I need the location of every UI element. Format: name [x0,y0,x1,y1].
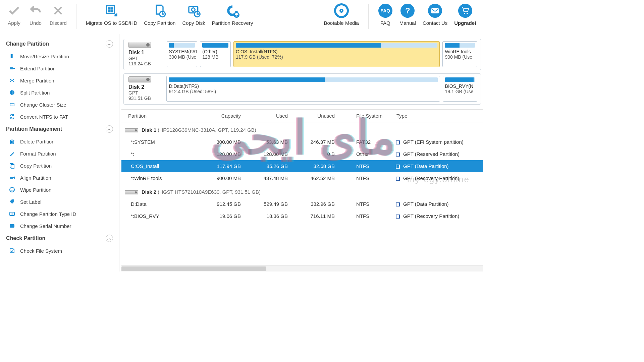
partition-block[interactable]: WinRE tools900 MB (Use [442,41,477,67]
svg-rect-1 [108,7,111,10]
disk-icon [125,190,138,194]
table-row[interactable]: D:Data912.45 GB529.49 GB382.96 GBNTFSGPT… [121,198,483,210]
section-check-partition[interactable]: Check Partition ︿ [0,232,119,245]
disc-icon [334,3,349,18]
svg-rect-10 [431,8,439,13]
sidebar-item-label: Delete Partition [20,139,55,144]
sidebar-item[interactable]: Format Partition [0,147,119,160]
table-row[interactable]: *:128.00 MB128.00 MB0 BOtherGPT (Reserve… [121,148,483,160]
sidebar-item[interactable]: Delete Partition [0,135,119,147]
copy-disk-button[interactable]: Copy Disk [179,2,208,26]
partition-block[interactable]: SYSTEM(FAT300 MB (Use [167,41,198,67]
discard-button[interactable]: Discard [46,2,70,26]
svg-point-11 [464,13,465,14]
bootable-media-button[interactable]: Bootable Media [321,2,362,26]
partition-block[interactable]: (Other)128 MB [200,41,231,67]
sidebar-item[interactable]: Split Partition [0,86,119,99]
apply-button[interactable]: Apply [3,2,25,26]
sidebar-item[interactable]: Move/Resize Partition [0,50,119,62]
sidebar-item[interactable]: IDChange Partition Type ID [0,208,119,220]
mail-icon [428,3,442,18]
svg-point-12 [467,13,468,14]
svg-rect-19 [11,165,14,168]
copy-icon [9,162,15,169]
faq-icon: FAQ [378,3,393,18]
sidebar-item-label: Check File System [20,248,62,254]
id-icon: ID [9,210,15,217]
sidebar-item[interactable]: Copy Partition [0,160,119,172]
sidebar-item[interactable]: Change Cluster Size [0,99,119,111]
sidebar-item-label: Convert NTFS to FAT [20,114,68,120]
table-row[interactable]: *:SYSTEM300.00 MB53.63 MB246.37 MBFAT32G… [121,136,483,148]
svg-rect-14 [12,90,12,95]
type-color-swatch [396,177,400,181]
table-row[interactable]: *:WinRE tools900.00 MB437.48 MB462.52 MB… [121,172,483,184]
upgrade-button[interactable]: Upgrade! [451,2,480,26]
faq-button[interactable]: FAQ FAQ [375,2,396,26]
col-filesystem[interactable]: File System [343,110,393,122]
sidebar-item[interactable]: Wipe Partition [0,184,119,196]
chevron-up-icon[interactable]: ︿ [106,40,113,48]
partition-block[interactable]: D:Data(NTFS)912.4 GB (Used: 58%) [166,76,440,102]
col-capacity[interactable]: Capacity [202,110,249,122]
svg-rect-2 [111,7,113,10]
label-icon [9,198,15,205]
sidebar-item[interactable]: Set Label [0,196,119,208]
table-row[interactable]: C:OS_Install117.94 GB85.26 GB32.68 GBNTF… [121,160,483,172]
type-color-swatch [396,215,400,219]
disk-header-row[interactable]: Disk 1 (HFS128G39MNC-3310A, GPT, 119.24 … [121,122,483,136]
sidebar-item-label: Format Partition [20,151,56,157]
contact-button[interactable]: Contact Us [419,2,451,26]
col-type[interactable]: Type [393,110,483,122]
disk-card[interactable]: Disk 2GPT931.51 GBD:Data(NTFS)912.4 GB (… [123,73,481,105]
section-change-partition[interactable]: Change Partition ︿ [0,38,119,50]
partition-table: Partition Capacity Used Unused File Syst… [121,110,483,222]
sidebar-item[interactable]: Extend Partition [0,62,119,74]
del-icon [9,138,15,145]
cart-icon [458,3,473,18]
chevron-up-icon[interactable]: ︿ [106,125,113,133]
table-row[interactable]: *:BIOS_RVY19.06 GB18.36 GB716.11 MBNTFSG… [121,210,483,222]
copy-partition-button[interactable]: Copy Partition [141,2,179,26]
sidebar-item[interactable]: Check File System [0,245,119,257]
svg-rect-13 [10,67,13,69]
col-used[interactable]: Used [249,110,296,122]
right-pane: Disk 1GPT119.24 GBSYSTEM(FAT300 MB (Use(… [119,34,483,272]
horizontal-scrollbar[interactable] [121,265,483,272]
svg-rect-3 [108,10,111,12]
disk-header-row[interactable]: Disk 2 (HGST HTS721010A9E630, GPT, 931.5… [121,184,483,198]
manual-button[interactable]: ? Manual [396,2,419,26]
sidebar-item-label: Change Cluster Size [20,102,66,108]
sidebar-item[interactable]: Convert NTFS to FAT [0,111,119,123]
undo-button[interactable]: Undo [25,2,46,26]
type-color-swatch [396,153,400,157]
sidebar-item[interactable]: Align Partition [0,172,119,184]
recovery-icon [225,3,240,18]
close-icon [51,3,65,18]
chevron-up-icon[interactable]: ︿ [106,235,113,242]
type-color-swatch [396,202,400,206]
split-icon [9,89,15,96]
svg-rect-17 [10,140,14,144]
svg-text:ID: ID [11,213,13,216]
sidebar-item[interactable]: Change Serial Number [0,220,119,232]
partition-block[interactable]: C:OS_Install(NTFS)117.9 GB (Used: 72%) [233,41,440,67]
sidebar-item-label: Set Label [20,199,41,205]
disk-icon [128,42,151,48]
col-unused[interactable]: Unused [296,110,343,122]
type-color-swatch [396,165,400,169]
sidebar-item[interactable]: Merge Partition [0,74,119,86]
toolbar: Apply Undo Discard Migrate OS to SSD/HD [0,0,483,34]
format-icon [9,150,15,157]
col-partition[interactable]: Partition [121,110,202,122]
wipe-icon [9,186,15,193]
section-partition-management[interactable]: Partition Management ︿ [0,123,119,135]
extend-icon [9,65,15,72]
partition-recovery-button[interactable]: Partition Recovery [209,2,257,26]
migrate-os-button[interactable]: Migrate OS to SSD/HD [83,2,141,26]
partition-block[interactable]: BIOS_RVY(N19.1 GB (Use [443,76,477,102]
disk-card[interactable]: Disk 1GPT119.24 GBSYSTEM(FAT300 MB (Use(… [123,39,481,70]
sidebar-item-label: Wipe Partition [20,187,51,193]
help-icon: ? [400,3,415,18]
copy-partition-icon [152,3,167,18]
